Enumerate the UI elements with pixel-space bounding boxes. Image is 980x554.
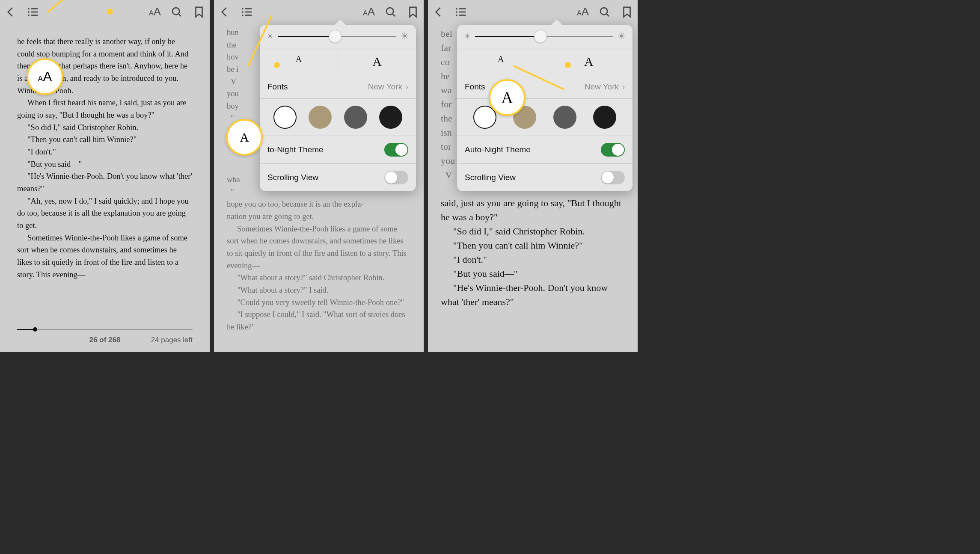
toolbar: AA xyxy=(0,0,210,24)
scrolling-label: Scrolling View xyxy=(267,173,318,182)
fonts-value: New York xyxy=(368,82,402,92)
para: "Then you can't call him Winnie?" xyxy=(17,133,193,146)
scrolling-row: Scrolling View xyxy=(260,163,416,191)
theme-black[interactable] xyxy=(379,106,402,129)
svg-point-16 xyxy=(456,8,457,9)
appearance-popover: ☀ ☀ A A Fonts New York › to-Night Theme … xyxy=(260,25,416,191)
font-smaller-button[interactable]: A xyxy=(457,48,545,75)
screen-2: AA bun the hov be i V you boy " wha " ho… xyxy=(214,0,424,352)
scrolling-toggle[interactable] xyxy=(384,171,408,184)
brightness-slider[interactable]: ☀ ☀ xyxy=(260,25,416,48)
fonts-row[interactable]: Fonts New York › xyxy=(260,75,416,98)
svg-point-4 xyxy=(28,14,30,16)
bookmark-icon[interactable] xyxy=(407,6,419,18)
toc-icon[interactable] xyxy=(241,6,253,18)
theme-black[interactable] xyxy=(593,106,616,129)
auto-night-toggle[interactable] xyxy=(384,143,408,157)
callout-font-larger: A xyxy=(489,79,526,116)
svg-point-8 xyxy=(242,8,244,9)
svg-point-18 xyxy=(456,11,457,13)
fonts-label: Fonts xyxy=(465,82,485,92)
brightness-high-icon: ☀ xyxy=(401,31,409,42)
bookmark-icon[interactable] xyxy=(621,6,633,18)
theme-gray[interactable] xyxy=(344,106,367,129)
svg-line-23 xyxy=(606,13,609,16)
auto-night-row: to-Night Theme xyxy=(260,136,416,163)
para: "He's Winnie-ther-Pooh. Don't you know w… xyxy=(17,170,193,195)
fonts-row[interactable]: Fonts New York › xyxy=(457,75,633,98)
screen-3: AA bel far co he wa for the isn tor you … xyxy=(428,0,638,352)
theme-sepia[interactable] xyxy=(309,106,332,129)
callout-appearance: AA xyxy=(27,58,63,95)
search-icon[interactable] xyxy=(598,6,611,18)
callout-end-dot xyxy=(565,62,571,68)
auto-night-row: Auto-Night Theme xyxy=(457,136,633,163)
para: "I don't." xyxy=(17,146,193,158)
reader-text: he feels that there really is another wa… xyxy=(0,24,210,285)
theme-white[interactable] xyxy=(273,106,297,129)
screen-1: AA he feels that there really is another… xyxy=(0,0,210,352)
para: When I first heard his name, I said, jus… xyxy=(17,97,193,121)
theme-gray[interactable] xyxy=(553,106,576,129)
search-icon[interactable] xyxy=(384,6,397,18)
brightness-low-icon: ☀ xyxy=(464,32,471,41)
scrolling-toggle[interactable] xyxy=(601,171,625,184)
para: "But you said—" xyxy=(17,158,193,171)
scrolling-row: Scrolling View xyxy=(457,163,633,191)
page-progress[interactable] xyxy=(17,329,193,330)
toc-icon[interactable] xyxy=(27,6,39,18)
svg-point-10 xyxy=(242,11,244,13)
toolbar: AA xyxy=(428,0,638,24)
svg-line-7 xyxy=(178,13,181,16)
back-icon[interactable] xyxy=(432,6,445,18)
auto-night-label: to-Night Theme xyxy=(267,145,324,154)
font-size-row: A A xyxy=(260,48,416,75)
page-counter: 26 of 268 xyxy=(0,336,210,344)
callout-font-smaller: A xyxy=(226,119,263,156)
bookmark-icon[interactable] xyxy=(193,6,205,18)
svg-point-2 xyxy=(28,11,30,13)
back-icon[interactable] xyxy=(218,6,231,18)
appearance-icon[interactable]: AA xyxy=(363,5,375,18)
callout-end-dot xyxy=(107,9,113,15)
chevron-right-icon: › xyxy=(622,83,625,92)
para: "Ah, yes, now I do," I said quickly; and… xyxy=(17,195,193,232)
fonts-value: New York xyxy=(585,82,619,92)
toolbar: AA xyxy=(214,0,424,24)
reader-text: said, just as you are going to say, "But… xyxy=(428,184,638,313)
svg-line-15 xyxy=(392,13,395,16)
font-smaller-button[interactable]: A xyxy=(260,48,338,75)
svg-point-20 xyxy=(456,14,457,16)
reader-text-dimmed: bel far co he wa for the isn tor you V xyxy=(441,27,455,182)
para: Sometimes Winnie-the-Pooh likes a game o… xyxy=(17,232,193,281)
footer: 26 of 268 . 24 pages left xyxy=(0,323,210,352)
callout-end-dot xyxy=(274,62,280,68)
themes-row xyxy=(457,98,633,136)
toc-icon[interactable] xyxy=(454,6,467,18)
scrolling-label: Scrolling View xyxy=(465,173,516,182)
auto-night-toggle[interactable] xyxy=(601,143,625,157)
brightness-slider[interactable]: ☀ ☀ xyxy=(457,25,633,48)
svg-point-12 xyxy=(242,14,244,16)
font-size-row: A A xyxy=(457,48,633,75)
appearance-icon[interactable]: AA xyxy=(149,5,161,18)
font-larger-button[interactable]: A xyxy=(545,48,633,75)
search-icon[interactable] xyxy=(170,6,183,18)
appearance-popover: ☀ ☀ A A Fonts New York › Auto-Night Them… xyxy=(457,25,633,191)
font-larger-button[interactable]: A xyxy=(338,48,416,75)
auto-night-label: Auto-Night Theme xyxy=(465,145,531,154)
back-icon[interactable] xyxy=(4,6,17,18)
chevron-right-icon: › xyxy=(406,83,408,92)
brightness-high-icon: ☀ xyxy=(617,31,626,42)
themes-row xyxy=(260,98,416,136)
fonts-label: Fonts xyxy=(267,82,288,92)
svg-point-0 xyxy=(28,8,30,9)
appearance-icon[interactable]: AA xyxy=(577,5,589,18)
para: "So did I," said Christopher Robin. xyxy=(17,121,193,134)
brightness-low-icon: ☀ xyxy=(267,32,273,41)
